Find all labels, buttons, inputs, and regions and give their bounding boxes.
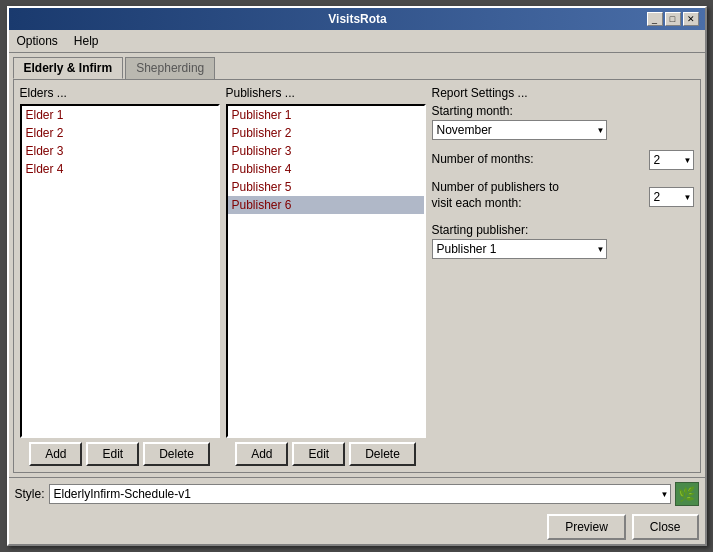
report-settings-form: Starting month: November JanuaryFebruary… [432,104,694,263]
list-item[interactable]: Elder 1 [22,106,218,124]
publishers-panel-title: Publishers ... [226,86,426,100]
list-item[interactable]: Publisher 3 [228,142,424,160]
preview-button[interactable]: Preview [547,514,626,540]
starting-month-label: Starting month: [432,104,694,118]
list-item[interactable]: Elder 2 [22,124,218,142]
report-settings-title: Report Settings ... [432,86,694,100]
publishers-listbox[interactable]: Publisher 1 Publisher 2 Publisher 3 Publ… [226,104,426,438]
starting-publisher-select-container: Publisher 1 Publisher 2Publisher 3 Publi… [432,239,607,259]
starting-month-select-container: November JanuaryFebruaryMarch AprilMayJu… [432,120,607,140]
footer-bar: Preview Close [9,510,705,544]
list-item[interactable]: Publisher 1 [228,106,424,124]
list-item[interactable]: Publisher 5 [228,178,424,196]
tab-elderly-infirm[interactable]: Elderly & Infirm [13,57,124,79]
tab-shepherding[interactable]: Shepherding [125,57,215,79]
num-publishers-select[interactable]: 21345 [649,187,694,207]
num-months-group: Number of months: 213456 [432,150,694,170]
starting-publisher-group: Starting publisher: Publisher 1 Publishe… [432,223,694,259]
elders-panel-title: Elders ... [20,86,220,100]
list-item[interactable]: Publisher 6 [228,196,424,214]
style-select[interactable]: ElderlyInfirm-Schedule-v1 [49,484,671,504]
folder-icon: 🌿 [678,486,695,502]
num-months-select-container: 213456 [649,150,694,170]
folder-icon-button[interactable]: 🌿 [675,482,699,506]
num-publishers-group: Number of publishers to visit each month… [432,180,694,213]
list-item[interactable]: Publisher 2 [228,124,424,142]
window-title: VisitsRota [69,12,647,26]
num-months-label: Number of months: [432,152,649,166]
main-window: VisitsRota _ □ ✕ Options Help Elderly & … [7,6,707,546]
close-button[interactable]: Close [632,514,699,540]
starting-publisher-label: Starting publisher: [432,223,694,237]
style-bar: Style: ElderlyInfirm-Schedule-v1 🌿 [9,477,705,510]
num-publishers-select-container: 21345 [649,187,694,207]
starting-publisher-select[interactable]: Publisher 1 Publisher 2Publisher 3 Publi… [432,239,607,259]
style-select-container: ElderlyInfirm-Schedule-v1 [49,484,671,504]
panels-row: Elders ... Elder 1 Elder 2 Elder 3 Elder… [20,86,694,466]
title-bar: VisitsRota _ □ ✕ [9,8,705,30]
publishers-add-button[interactable]: Add [235,442,288,466]
starting-month-group: Starting month: November JanuaryFebruary… [432,104,694,140]
title-bar-buttons: _ □ ✕ [647,12,699,26]
starting-month-select[interactable]: November JanuaryFebruaryMarch AprilMayJu… [432,120,607,140]
publishers-edit-button[interactable]: Edit [292,442,345,466]
elders-listbox[interactable]: Elder 1 Elder 2 Elder 3 Elder 4 [20,104,220,438]
list-item[interactable]: Elder 3 [22,142,218,160]
minimize-button[interactable]: _ [647,12,663,26]
report-settings-panel: Report Settings ... Starting month: Nove… [432,86,694,466]
tabs-container: Elderly & Infirm Shepherding [9,53,705,79]
menu-help[interactable]: Help [70,32,103,50]
num-months-select[interactable]: 213456 [649,150,694,170]
num-publishers-label: Number of publishers to visit each month… [432,180,562,211]
elders-edit-button[interactable]: Edit [86,442,139,466]
main-content: Elders ... Elder 1 Elder 2 Elder 3 Elder… [13,79,701,473]
publishers-delete-button[interactable]: Delete [349,442,416,466]
publishers-buttons: Add Edit Delete [226,442,426,466]
elders-buttons: Add Edit Delete [20,442,220,466]
menu-options[interactable]: Options [13,32,62,50]
close-button[interactable]: ✕ [683,12,699,26]
elders-add-button[interactable]: Add [29,442,82,466]
elders-panel: Elders ... Elder 1 Elder 2 Elder 3 Elder… [20,86,220,466]
list-item[interactable]: Elder 4 [22,160,218,178]
menu-bar: Options Help [9,30,705,53]
style-label: Style: [15,487,45,501]
elders-delete-button[interactable]: Delete [143,442,210,466]
list-item[interactable]: Publisher 4 [228,160,424,178]
publishers-panel: Publishers ... Publisher 1 Publisher 2 P… [226,86,426,466]
maximize-button[interactable]: □ [665,12,681,26]
